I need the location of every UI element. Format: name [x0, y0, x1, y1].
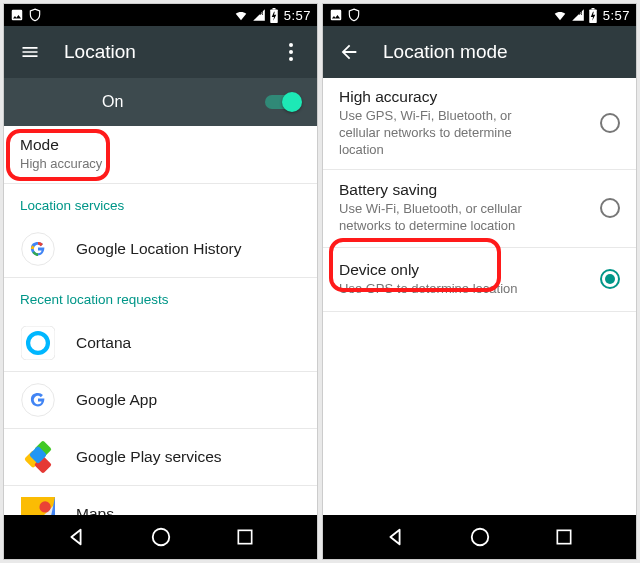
- back-button[interactable]: [64, 525, 88, 549]
- phone-left: R 5:57 Location On Mode H: [4, 4, 317, 559]
- option-subtitle: Use GPS, Wi-Fi, Bluetooth, or cellular n…: [339, 108, 549, 159]
- item-label: Google App: [76, 391, 301, 409]
- page-title: Location: [64, 41, 279, 63]
- svg-point-13: [152, 529, 169, 546]
- clock: 5:57: [284, 8, 311, 23]
- google-app-icon: [20, 382, 56, 418]
- recent-app-play-services[interactable]: Google Play services: [4, 429, 317, 486]
- item-subtitle: High accuracy: [20, 156, 230, 173]
- home-button[interactable]: [149, 525, 173, 549]
- google-location-history-item[interactable]: Google Location History: [4, 221, 317, 278]
- option-battery-saving[interactable]: Battery saving Use Wi-Fi, Bluetooth, or …: [323, 170, 636, 248]
- svg-text:R: R: [578, 10, 582, 16]
- radio-button[interactable]: [600, 113, 620, 133]
- signal-icon: R: [252, 8, 266, 22]
- maps-icon: [20, 496, 56, 515]
- item-label: Google Play services: [76, 448, 301, 466]
- back-button[interactable]: [383, 525, 407, 549]
- recents-button[interactable]: [233, 525, 257, 549]
- phone-right: R 5:57 Location mode High accuracy Use G…: [323, 4, 636, 559]
- svg-point-18: [471, 529, 488, 546]
- battery-icon: [588, 8, 598, 23]
- radio-button[interactable]: [600, 269, 620, 289]
- section-header-recent: Recent location requests: [4, 278, 317, 315]
- svg-rect-17: [591, 8, 594, 10]
- wifi-icon: [552, 8, 568, 22]
- option-title: Battery saving: [339, 181, 592, 199]
- recent-app-maps[interactable]: Maps: [4, 486, 317, 515]
- shield-icon: [28, 8, 42, 22]
- recent-app-google[interactable]: Google App: [4, 372, 317, 429]
- nav-bar: [323, 515, 636, 559]
- item-label: Google Location History: [76, 240, 301, 258]
- section-header-services: Location services: [4, 184, 317, 221]
- status-bar: R 5:57: [323, 4, 636, 26]
- nav-bar: [4, 515, 317, 559]
- app-bar: Location mode: [323, 26, 636, 78]
- location-master-toggle-row[interactable]: On: [4, 78, 317, 126]
- toggle-switch[interactable]: [265, 95, 299, 109]
- recent-app-cortana[interactable]: Cortana: [4, 315, 317, 372]
- clock: 5:57: [603, 8, 630, 23]
- option-title: Device only: [339, 261, 592, 279]
- image-icon: [329, 8, 343, 22]
- option-title: High accuracy: [339, 88, 592, 106]
- app-bar: Location: [4, 26, 317, 78]
- hamburger-icon[interactable]: [18, 40, 42, 64]
- item-title: Mode: [20, 136, 301, 154]
- back-arrow-icon[interactable]: [337, 40, 361, 64]
- overflow-menu-button[interactable]: [279, 40, 303, 64]
- radio-button[interactable]: [600, 198, 620, 218]
- svg-rect-19: [557, 530, 570, 543]
- home-button[interactable]: [468, 525, 492, 549]
- battery-icon: [269, 8, 279, 23]
- svg-rect-14: [238, 530, 251, 543]
- option-subtitle: Use Wi-Fi, Bluetooth, or cellular networ…: [339, 201, 549, 235]
- page-title: Location mode: [383, 41, 622, 63]
- svg-text:R: R: [259, 10, 263, 16]
- image-icon: [10, 8, 24, 22]
- option-device-only[interactable]: Device only Use GPS to determine locatio…: [323, 248, 636, 312]
- shield-icon: [347, 8, 361, 22]
- status-bar: R 5:57: [4, 4, 317, 26]
- svg-rect-2: [272, 8, 275, 10]
- svg-point-12: [39, 501, 50, 512]
- cortana-icon: [20, 325, 56, 361]
- item-label: Cortana: [76, 334, 301, 352]
- toggle-label: On: [102, 93, 123, 111]
- play-services-icon: [20, 439, 56, 475]
- recents-button[interactable]: [552, 525, 576, 549]
- google-icon: [20, 231, 56, 267]
- mode-item[interactable]: Mode High accuracy: [4, 126, 317, 184]
- option-subtitle: Use GPS to determine location: [339, 281, 549, 298]
- item-label: Maps: [76, 505, 301, 515]
- option-high-accuracy[interactable]: High accuracy Use GPS, Wi-Fi, Bluetooth,…: [323, 78, 636, 170]
- wifi-icon: [233, 8, 249, 22]
- signal-icon: R: [571, 8, 585, 22]
